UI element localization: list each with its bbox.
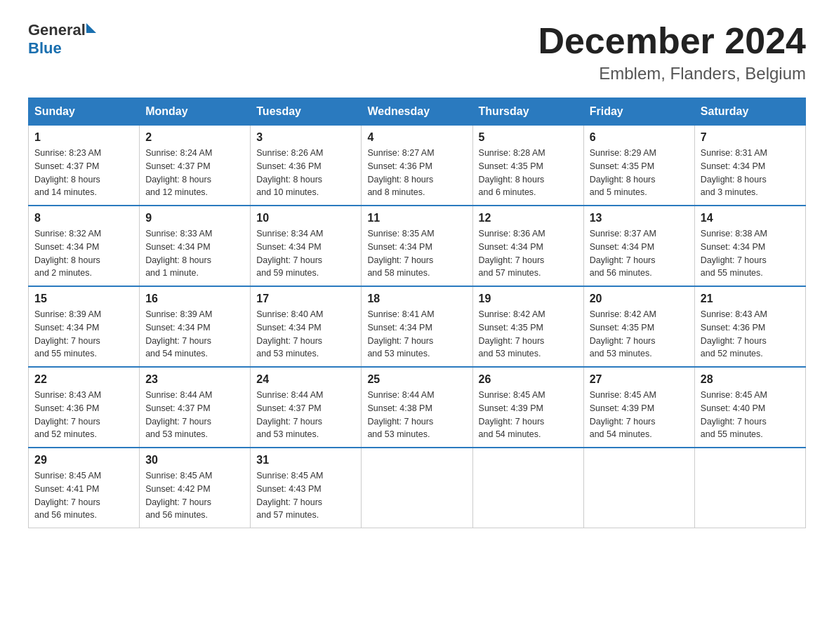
day-info: Sunrise: 8:27 AM Sunset: 4:36 PM Dayligh… xyxy=(367,147,466,199)
calendar-week-row: 29Sunrise: 8:45 AM Sunset: 4:41 PM Dayli… xyxy=(29,448,806,528)
day-number: 27 xyxy=(590,373,689,386)
calendar-day-cell: 17Sunrise: 8:40 AM Sunset: 4:34 PM Dayli… xyxy=(251,286,362,367)
calendar-day-cell: 3Sunrise: 8:26 AM Sunset: 4:36 PM Daylig… xyxy=(251,126,362,206)
day-info: Sunrise: 8:45 AM Sunset: 4:39 PM Dayligh… xyxy=(479,389,578,441)
day-number: 16 xyxy=(145,293,244,305)
day-number: 17 xyxy=(256,293,355,305)
day-number: 9 xyxy=(145,212,244,224)
day-info: Sunrise: 8:45 AM Sunset: 4:43 PM Dayligh… xyxy=(256,469,355,522)
day-number: 10 xyxy=(256,212,355,224)
day-number: 18 xyxy=(367,293,466,305)
day-info: Sunrise: 8:43 AM Sunset: 4:36 PM Dayligh… xyxy=(34,389,133,441)
day-info: Sunrise: 8:41 AM Sunset: 4:34 PM Dayligh… xyxy=(367,308,466,361)
calendar-table: SundayMondayTuesdayWednesdayThursdayFrid… xyxy=(28,98,806,528)
day-info: Sunrise: 8:44 AM Sunset: 4:38 PM Dayligh… xyxy=(367,389,466,441)
day-info: Sunrise: 8:26 AM Sunset: 4:36 PM Dayligh… xyxy=(256,147,355,199)
day-number: 13 xyxy=(590,212,689,224)
day-info: Sunrise: 8:42 AM Sunset: 4:35 PM Dayligh… xyxy=(590,308,689,361)
day-info: Sunrise: 8:45 AM Sunset: 4:39 PM Dayligh… xyxy=(590,389,689,441)
day-info: Sunrise: 8:44 AM Sunset: 4:37 PM Dayligh… xyxy=(145,389,244,441)
calendar-day-cell: 25Sunrise: 8:44 AM Sunset: 4:38 PM Dayli… xyxy=(362,367,472,448)
day-info: Sunrise: 8:42 AM Sunset: 4:35 PM Dayligh… xyxy=(479,308,578,361)
day-number: 29 xyxy=(34,454,133,467)
day-of-week-header: Thursday xyxy=(472,98,583,126)
calendar-day-cell: 4Sunrise: 8:27 AM Sunset: 4:36 PM Daylig… xyxy=(362,126,472,206)
day-info: Sunrise: 8:28 AM Sunset: 4:35 PM Dayligh… xyxy=(479,147,578,199)
day-number: 24 xyxy=(256,373,355,386)
calendar-day-cell: 18Sunrise: 8:41 AM Sunset: 4:34 PM Dayli… xyxy=(362,286,472,367)
day-info: Sunrise: 8:31 AM Sunset: 4:34 PM Dayligh… xyxy=(701,147,800,199)
day-info: Sunrise: 8:43 AM Sunset: 4:36 PM Dayligh… xyxy=(701,308,800,361)
month-title: December 2024 xyxy=(538,21,806,61)
day-of-week-header: Monday xyxy=(140,98,251,126)
calendar-day-cell: 29Sunrise: 8:45 AM Sunset: 4:41 PM Dayli… xyxy=(29,448,140,528)
day-number: 15 xyxy=(34,293,133,305)
logo-text1: General xyxy=(28,21,86,39)
day-info: Sunrise: 8:33 AM Sunset: 4:34 PM Dayligh… xyxy=(145,227,244,280)
day-info: Sunrise: 8:39 AM Sunset: 4:34 PM Dayligh… xyxy=(145,308,244,361)
day-info: Sunrise: 8:39 AM Sunset: 4:34 PM Dayligh… xyxy=(34,308,133,361)
calendar-day-cell: 5Sunrise: 8:28 AM Sunset: 4:35 PM Daylig… xyxy=(472,126,583,206)
calendar-day-cell: 8Sunrise: 8:32 AM Sunset: 4:34 PM Daylig… xyxy=(29,206,140,286)
day-of-week-header: Tuesday xyxy=(251,98,362,126)
calendar-day-cell: 19Sunrise: 8:42 AM Sunset: 4:35 PM Dayli… xyxy=(472,286,583,367)
day-info: Sunrise: 8:38 AM Sunset: 4:34 PM Dayligh… xyxy=(701,227,800,280)
day-number: 11 xyxy=(367,212,466,224)
location: Emblem, Flanders, Belgium xyxy=(538,64,806,83)
day-number: 26 xyxy=(479,373,578,386)
calendar-day-cell: 13Sunrise: 8:37 AM Sunset: 4:34 PM Dayli… xyxy=(583,206,694,286)
page-header: General Blue December 2024 Emblem, Fland… xyxy=(28,21,806,83)
calendar-day-cell: 27Sunrise: 8:45 AM Sunset: 4:39 PM Dayli… xyxy=(583,367,694,448)
calendar-day-cell: 30Sunrise: 8:45 AM Sunset: 4:42 PM Dayli… xyxy=(140,448,251,528)
calendar-week-row: 1Sunrise: 8:23 AM Sunset: 4:37 PM Daylig… xyxy=(29,126,806,206)
header-right: December 2024 Emblem, Flanders, Belgium xyxy=(538,21,806,83)
day-number: 20 xyxy=(590,293,689,305)
calendar-day-cell: 10Sunrise: 8:34 AM Sunset: 4:34 PM Dayli… xyxy=(251,206,362,286)
calendar-day-cell: 9Sunrise: 8:33 AM Sunset: 4:34 PM Daylig… xyxy=(140,206,251,286)
day-number: 8 xyxy=(34,212,133,224)
day-number: 31 xyxy=(256,454,355,467)
day-number: 2 xyxy=(145,131,244,144)
calendar-day-cell: 7Sunrise: 8:31 AM Sunset: 4:34 PM Daylig… xyxy=(694,126,805,206)
calendar-day-cell: 28Sunrise: 8:45 AM Sunset: 4:40 PM Dayli… xyxy=(694,367,805,448)
day-info: Sunrise: 8:36 AM Sunset: 4:34 PM Dayligh… xyxy=(479,227,578,280)
day-info: Sunrise: 8:40 AM Sunset: 4:34 PM Dayligh… xyxy=(256,308,355,361)
calendar-day-cell xyxy=(694,448,805,528)
day-number: 23 xyxy=(145,373,244,386)
day-info: Sunrise: 8:37 AM Sunset: 4:34 PM Dayligh… xyxy=(590,227,689,280)
day-info: Sunrise: 8:45 AM Sunset: 4:40 PM Dayligh… xyxy=(701,389,800,441)
calendar-day-cell: 6Sunrise: 8:29 AM Sunset: 4:35 PM Daylig… xyxy=(583,126,694,206)
calendar-day-cell: 31Sunrise: 8:45 AM Sunset: 4:43 PM Dayli… xyxy=(251,448,362,528)
day-number: 5 xyxy=(479,131,578,144)
calendar-week-row: 8Sunrise: 8:32 AM Sunset: 4:34 PM Daylig… xyxy=(29,206,806,286)
calendar-day-cell: 14Sunrise: 8:38 AM Sunset: 4:34 PM Dayli… xyxy=(694,206,805,286)
calendar-week-row: 15Sunrise: 8:39 AM Sunset: 4:34 PM Dayli… xyxy=(29,286,806,367)
day-number: 4 xyxy=(367,131,466,144)
day-number: 25 xyxy=(367,373,466,386)
calendar-day-cell: 24Sunrise: 8:44 AM Sunset: 4:37 PM Dayli… xyxy=(251,367,362,448)
logo: General Blue xyxy=(28,21,96,58)
calendar-day-cell: 16Sunrise: 8:39 AM Sunset: 4:34 PM Dayli… xyxy=(140,286,251,367)
calendar-week-row: 22Sunrise: 8:43 AM Sunset: 4:36 PM Dayli… xyxy=(29,367,806,448)
calendar-day-cell: 15Sunrise: 8:39 AM Sunset: 4:34 PM Dayli… xyxy=(29,286,140,367)
day-number: 12 xyxy=(479,212,578,224)
calendar-day-cell: 20Sunrise: 8:42 AM Sunset: 4:35 PM Dayli… xyxy=(583,286,694,367)
day-number: 22 xyxy=(34,373,133,386)
day-info: Sunrise: 8:32 AM Sunset: 4:34 PM Dayligh… xyxy=(34,227,133,280)
calendar-day-cell: 21Sunrise: 8:43 AM Sunset: 4:36 PM Dayli… xyxy=(694,286,805,367)
day-number: 14 xyxy=(701,212,800,224)
logo-text2: Blue xyxy=(28,39,62,57)
day-number: 6 xyxy=(590,131,689,144)
calendar-day-cell: 26Sunrise: 8:45 AM Sunset: 4:39 PM Dayli… xyxy=(472,367,583,448)
day-of-week-header: Wednesday xyxy=(362,98,472,126)
day-number: 28 xyxy=(701,373,800,386)
day-number: 19 xyxy=(479,293,578,305)
day-info: Sunrise: 8:45 AM Sunset: 4:42 PM Dayligh… xyxy=(145,469,244,522)
day-info: Sunrise: 8:34 AM Sunset: 4:34 PM Dayligh… xyxy=(256,227,355,280)
day-number: 7 xyxy=(701,131,800,144)
day-info: Sunrise: 8:35 AM Sunset: 4:34 PM Dayligh… xyxy=(367,227,466,280)
logo-triangle-icon xyxy=(86,23,96,33)
day-of-week-header: Sunday xyxy=(29,98,140,126)
calendar-header-row: SundayMondayTuesdayWednesdayThursdayFrid… xyxy=(29,98,806,126)
day-number: 1 xyxy=(34,131,133,144)
